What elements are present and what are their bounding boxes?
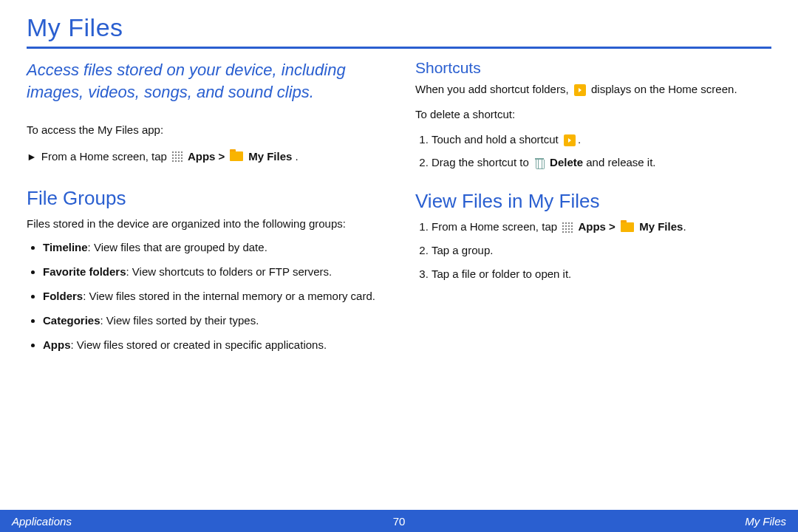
sep: > xyxy=(218,149,225,165)
view-files-steps: From a Home screen, tap Apps > My Files.… xyxy=(415,219,771,282)
text: From a Home screen, tap xyxy=(432,220,560,233)
shortcuts-lead2: To delete a shortcut: xyxy=(415,106,771,123)
file-groups-heading: File Groups xyxy=(27,187,383,210)
triangle-bullet-icon: ► xyxy=(27,149,37,164)
left-column: Access files stored on your device, incl… xyxy=(27,59,383,361)
list-item: Folders: View files stored in the intern… xyxy=(43,288,383,304)
shortcuts-line1: When you add shortcut folders, displays … xyxy=(415,81,771,98)
right-column: Shortcuts When you add shortcut folders,… xyxy=(415,59,771,361)
text: When you add shortcut folders, xyxy=(415,83,572,95)
period: . xyxy=(295,149,298,165)
apps-label: Apps xyxy=(188,149,216,165)
list-item: Apps: View files stored or created in sp… xyxy=(43,337,383,352)
list-item: Drag the shortcut to Delete and release … xyxy=(432,154,771,171)
myfiles-label: My Files xyxy=(639,220,683,233)
view-files-heading: View Files in My Files xyxy=(415,190,771,213)
term: Folders xyxy=(43,290,83,302)
apps-grid-icon xyxy=(171,151,183,163)
footer-right: My Files xyxy=(745,515,786,528)
title-rule xyxy=(27,47,771,49)
term: Timeline xyxy=(43,241,88,253)
shortcut-folder-icon xyxy=(564,134,576,146)
desc: : View files that are grouped by date. xyxy=(88,241,267,253)
text: displays on the Home screen. xyxy=(591,83,737,95)
list-item: Touch and hold a shortcut . xyxy=(432,132,771,148)
folder-icon xyxy=(621,222,634,232)
access-step-prefix: From a Home screen, tap xyxy=(41,149,167,165)
footer-left: Applications xyxy=(12,515,72,528)
file-groups-list: Timeline: View files that are grouped by… xyxy=(27,239,383,352)
list-item: Categories: View files sorted by their t… xyxy=(43,313,383,328)
text: Touch and hold a shortcut xyxy=(432,133,562,146)
desc: : View files sorted by their types. xyxy=(100,314,259,327)
shortcuts-heading: Shortcuts xyxy=(415,59,771,77)
folder-icon xyxy=(230,151,243,161)
shortcut-folder-icon xyxy=(574,84,586,96)
intro-text: Access files stored on your device, incl… xyxy=(27,59,383,103)
delete-label: Delete xyxy=(550,156,583,168)
term: Favorite folders xyxy=(43,265,126,278)
apps-grid-icon xyxy=(562,222,573,233)
footer-page-number: 70 xyxy=(393,515,406,528)
list-item: From a Home screen, tap Apps > My Files. xyxy=(432,219,771,235)
list-item: Tap a group. xyxy=(432,242,771,259)
text: . xyxy=(578,133,581,146)
desc: : View files stored or created in specif… xyxy=(71,338,327,351)
shortcuts-steps: Touch and hold a shortcut . Drag the sho… xyxy=(415,132,771,171)
columns: Access files stored on your device, incl… xyxy=(27,59,771,361)
access-lead: To access the My Files app: xyxy=(27,122,383,138)
term: Apps xyxy=(43,338,71,351)
apps-label: Apps xyxy=(578,220,606,233)
desc: : View files stored in the internal memo… xyxy=(83,290,375,302)
page-body: My Files Access files stored on your dev… xyxy=(0,0,798,510)
desc: : View shortcuts to folders or FTP serve… xyxy=(126,265,332,278)
text: Drag the shortcut to xyxy=(432,156,532,168)
list-item: Tap a file or folder to open it. xyxy=(432,266,771,282)
page-footer: Applications 70 My Files xyxy=(0,510,798,532)
term: Categories xyxy=(43,314,100,327)
sep: > xyxy=(609,220,618,233)
list-item: Favorite folders: View shortcuts to fold… xyxy=(43,264,383,279)
period: . xyxy=(683,220,686,233)
access-step: ► From a Home screen, tap Apps > My File… xyxy=(27,149,383,165)
list-item: Timeline: View files that are grouped by… xyxy=(43,239,383,255)
trash-icon xyxy=(534,157,545,168)
myfiles-label: My Files xyxy=(248,149,292,165)
file-groups-lead: Files stored in the device are organized… xyxy=(27,216,383,232)
text: and release it. xyxy=(583,156,655,168)
page-title: My Files xyxy=(27,13,771,42)
